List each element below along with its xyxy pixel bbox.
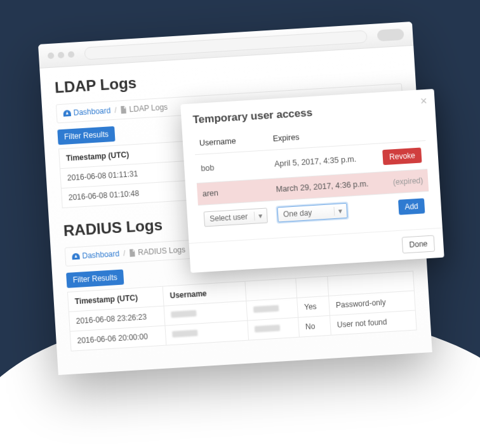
traffic-light-icon xyxy=(48,52,55,59)
dashboard-icon xyxy=(63,110,71,117)
redacted-value xyxy=(172,330,198,338)
cell-action: Revoke xyxy=(377,141,427,173)
cell-auth-no: No xyxy=(298,315,331,337)
expired-badge: (expired) xyxy=(393,176,423,187)
breadcrumb-dashboard[interactable]: Dashboard xyxy=(63,106,110,118)
traffic-light-icon xyxy=(58,51,65,58)
duration-select-label: One day xyxy=(283,208,312,219)
traffic-light-icon xyxy=(68,51,75,58)
cell-duration-select: One day ▾ xyxy=(272,194,382,229)
chevron-down-icon: ▾ xyxy=(254,211,263,221)
dashboard-icon xyxy=(72,253,80,260)
done-button[interactable]: Done xyxy=(402,235,435,253)
redacted-value xyxy=(255,325,281,333)
breadcrumb-separator: / xyxy=(114,106,117,115)
breadcrumb-current: RADIUS Logs xyxy=(129,245,185,257)
breadcrumb-dashboard-label: Dashboard xyxy=(73,106,110,117)
add-button[interactable]: Add xyxy=(398,198,425,214)
filter-results-button[interactable]: Filter Results xyxy=(57,126,115,145)
col-auth xyxy=(296,276,329,298)
breadcrumb-dashboard[interactable]: Dashboard xyxy=(72,249,119,261)
breadcrumb-dashboard-label: Dashboard xyxy=(82,249,119,261)
redacted-value xyxy=(253,305,279,313)
user-select-label: Select user xyxy=(210,212,248,223)
close-icon[interactable]: × xyxy=(420,95,427,109)
browser-menu-button[interactable] xyxy=(377,28,404,41)
filter-results-button[interactable]: Filter Results xyxy=(66,269,124,287)
access-table: Username Expires bob April 5, 2017, 4:35… xyxy=(194,119,430,234)
cell-action: (expired) xyxy=(379,169,429,194)
breadcrumb-separator: / xyxy=(123,249,126,258)
cell-user-select: Select user ▾ xyxy=(198,201,274,234)
chevron-down-icon: ▾ xyxy=(334,206,343,216)
revoke-button[interactable]: Revoke xyxy=(382,147,422,165)
cell-blank xyxy=(246,298,298,320)
cell-blank xyxy=(248,317,300,340)
breadcrumb-current-label: RADIUS Logs xyxy=(138,245,185,257)
redacted-value xyxy=(171,310,197,318)
user-select[interactable]: Select user ▾ xyxy=(204,208,268,227)
col-blank xyxy=(245,278,297,301)
col-action xyxy=(376,119,426,143)
duration-select[interactable]: One day ▾ xyxy=(277,203,347,223)
breadcrumb-current-label: LDAP Logs xyxy=(129,103,168,114)
cell-auth-yes: Yes xyxy=(297,296,330,317)
document-icon xyxy=(120,106,127,114)
breadcrumb-current: LDAP Logs xyxy=(120,103,168,115)
cell-username: bob xyxy=(195,150,270,183)
document-icon xyxy=(129,249,136,257)
temporary-access-modal: × Temporary user access Username Expires… xyxy=(180,89,444,273)
cell-add: Add xyxy=(380,191,430,222)
stage: LDAP Logs Dashboard / LDAP Logs Filter R… xyxy=(38,20,464,375)
cell-username xyxy=(165,320,249,345)
